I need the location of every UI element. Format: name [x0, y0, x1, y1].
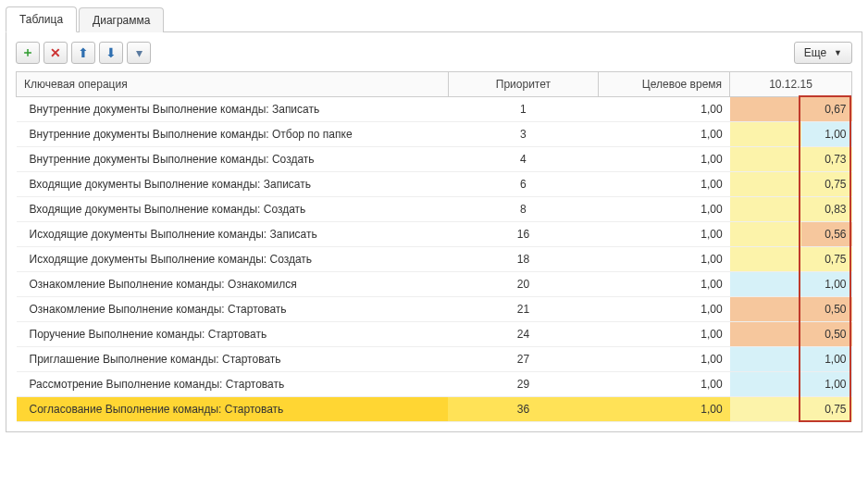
cell-date: 0,50 — [730, 297, 852, 322]
cell-operation: Ознакомление Выполнение команды: Стартов… — [17, 297, 449, 322]
cell-target: 1,00 — [599, 222, 730, 247]
table-row[interactable]: Входящие документы Выполнение команды: З… — [17, 172, 852, 197]
cell-operation: Внутренние документы Выполнение команды:… — [17, 97, 449, 122]
table-row[interactable]: Внутренние документы Выполнение команды:… — [17, 97, 852, 122]
col-operation[interactable]: Ключевая операция — [17, 72, 449, 97]
cell-priority: 8 — [448, 197, 598, 222]
cell-priority: 18 — [448, 247, 598, 272]
cell-priority: 16 — [448, 222, 598, 247]
move-up-button[interactable]: ⬆ — [71, 42, 95, 64]
cell-target: 1,00 — [599, 147, 730, 172]
cell-operation: Приглашение Выполнение команды: Стартова… — [17, 347, 449, 372]
cell-operation: Входящие документы Выполнение команды: С… — [17, 197, 449, 222]
cell-target: 1,00 — [599, 297, 730, 322]
filter-button[interactable]: ▾ — [127, 42, 151, 64]
cell-priority: 6 — [448, 172, 598, 197]
cell-target: 1,00 — [599, 397, 730, 422]
tab-chart[interactable]: Диаграмма — [79, 7, 164, 32]
tab-table[interactable]: Таблица — [6, 6, 77, 32]
cell-operation: Внутренние документы Выполнение команды:… — [17, 122, 449, 147]
add-button[interactable]: ＋ — [16, 42, 40, 64]
cell-target: 1,00 — [599, 322, 730, 347]
cell-priority: 21 — [448, 297, 598, 322]
cell-target: 1,00 — [599, 172, 730, 197]
cell-operation: Исходящие документы Выполнение команды: … — [17, 222, 449, 247]
cell-date: 0,75 — [730, 247, 852, 272]
cell-date: 0,56 — [730, 222, 852, 247]
col-priority[interactable]: Приоритет — [448, 72, 598, 97]
data-table: Ключевая операция Приоритет Целевое врем… — [16, 71, 852, 422]
cell-date: 0,50 — [730, 322, 852, 347]
more-button[interactable]: Еще ▼ — [794, 42, 852, 64]
funnel-icon: ▾ — [136, 45, 143, 60]
arrow-down-icon: ⬇ — [105, 45, 117, 60]
more-label: Еще — [804, 46, 826, 59]
cell-priority: 1 — [448, 97, 598, 122]
cell-date: 0,83 — [730, 197, 852, 222]
cell-operation: Согласование Выполнение команды: Стартов… — [17, 397, 449, 422]
cell-date: 0,75 — [730, 172, 852, 197]
table-row[interactable]: Ознакомление Выполнение команды: Ознаком… — [17, 272, 852, 297]
cross-icon: ✕ — [50, 45, 61, 60]
table-row[interactable]: Внутренние документы Выполнение команды:… — [17, 122, 852, 147]
cell-operation: Исходящие документы Выполнение команды: … — [17, 247, 449, 272]
cell-priority: 24 — [448, 322, 598, 347]
move-down-button[interactable]: ⬇ — [99, 42, 123, 64]
arrow-up-icon: ⬆ — [78, 45, 89, 60]
cell-target: 1,00 — [599, 247, 730, 272]
cell-target: 1,00 — [599, 197, 730, 222]
cell-target: 1,00 — [599, 272, 730, 297]
cell-priority: 29 — [448, 372, 598, 397]
col-date[interactable]: 10.12.15 — [730, 72, 852, 97]
cell-date: 1,00 — [730, 347, 852, 372]
cell-operation: Ознакомление Выполнение команды: Ознаком… — [17, 272, 449, 297]
table-row[interactable]: Ознакомление Выполнение команды: Стартов… — [17, 297, 852, 322]
cell-target: 1,00 — [599, 122, 730, 147]
col-target[interactable]: Целевое время — [599, 72, 730, 97]
cell-date: 0,75 — [730, 397, 852, 422]
table-row[interactable]: Согласование Выполнение команды: Стартов… — [17, 397, 852, 422]
cell-operation: Рассмотрение Выполнение команды: Стартов… — [17, 372, 449, 397]
table-row[interactable]: Поручение Выполнение команды: Стартовать… — [17, 322, 852, 347]
cell-date: 0,73 — [730, 147, 852, 172]
table-row[interactable]: Внутренние документы Выполнение команды:… — [17, 147, 852, 172]
table-row[interactable]: Входящие документы Выполнение команды: С… — [17, 197, 852, 222]
table-row[interactable]: Приглашение Выполнение команды: Стартова… — [17, 347, 852, 372]
cell-target: 1,00 — [599, 97, 730, 122]
chevron-down-icon: ▼ — [834, 48, 842, 57]
table-row[interactable]: Рассмотрение Выполнение команды: Стартов… — [17, 372, 852, 397]
cell-priority: 3 — [448, 122, 598, 147]
table-row[interactable]: Исходящие документы Выполнение команды: … — [17, 222, 852, 247]
cell-target: 1,00 — [599, 347, 730, 372]
cell-priority: 20 — [448, 272, 598, 297]
cell-date: 1,00 — [730, 122, 852, 147]
cell-operation: Поручение Выполнение команды: Стартовать — [17, 322, 449, 347]
cell-priority: 4 — [448, 147, 598, 172]
table-row[interactable]: Исходящие документы Выполнение команды: … — [17, 247, 852, 272]
delete-button[interactable]: ✕ — [43, 42, 68, 64]
cell-date: 1,00 — [730, 272, 852, 297]
cell-date: 0,67 — [730, 97, 852, 122]
cell-operation: Входящие документы Выполнение команды: З… — [17, 172, 449, 197]
cell-target: 1,00 — [599, 372, 730, 397]
cell-operation: Внутренние документы Выполнение команды:… — [17, 147, 449, 172]
cell-date: 1,00 — [730, 372, 852, 397]
plus-icon: ＋ — [21, 44, 34, 61]
cell-priority: 36 — [448, 397, 598, 422]
cell-priority: 27 — [448, 347, 598, 372]
